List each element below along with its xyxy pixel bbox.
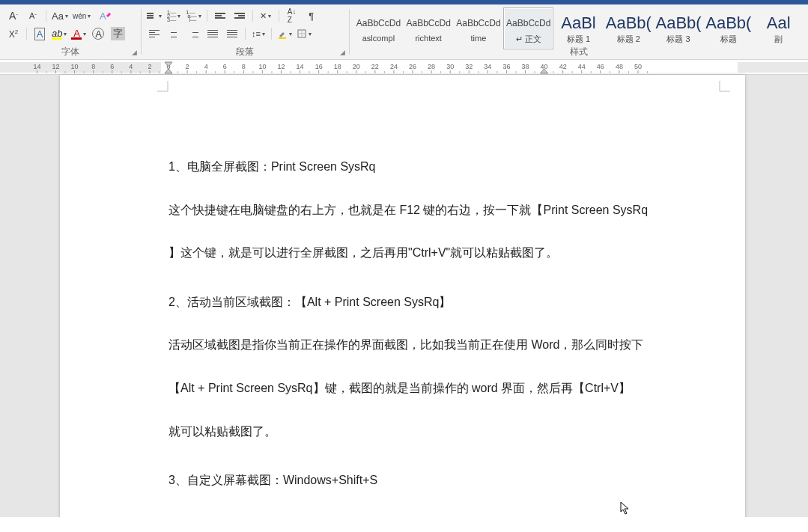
svg-rect-5 [738, 62, 808, 73]
svg-text:14: 14 [33, 63, 40, 70]
svg-text:42: 42 [559, 63, 567, 70]
align-right-button[interactable] [184, 25, 202, 42]
sort-button[interactable]: A↓Z [283, 7, 301, 24]
paragraph[interactable]: 3、自定义屏幕截图：Windows+Shift+S [168, 471, 678, 490]
svg-text:20: 20 [353, 63, 360, 70]
change-case-button[interactable]: Aa [50, 7, 70, 24]
asian-layout-button[interactable]: ✕ [257, 7, 275, 24]
shading-button[interactable] [276, 25, 294, 42]
group-paragraph-label: 段落 [141, 44, 349, 59]
svg-text:28: 28 [428, 63, 435, 70]
paragraph[interactable]: 】这个键，就是可以进行全屏截图，之后再用"Ctrl+V"就可以粘贴截图了。 [168, 243, 678, 263]
svg-text:6: 6 [110, 63, 114, 70]
svg-text:10: 10 [258, 63, 266, 70]
align-distributed-button[interactable] [223, 25, 241, 42]
paragraph[interactable]: 就可以粘贴截图了。 [168, 422, 678, 441]
align-justify-button[interactable] [204, 25, 222, 42]
crop-mark-icon [718, 81, 730, 93]
document-page: 1、电脑全屏截图：Print Screen SysRq 这个快捷键在电脑键盘的右… [60, 75, 745, 517]
style-sample: AaBbCcDd [456, 13, 500, 34]
style-name: 标题 3 [666, 34, 690, 45]
paragraph[interactable]: 2、活动当前区域截图：【Alt + Print Screen SysRq】 [168, 293, 678, 312]
style-sample: Aal [767, 13, 791, 34]
style-card[interactable]: AaBb(标题 2 [604, 7, 654, 49]
paragraph-dialog-launcher[interactable]: ◢ [337, 47, 347, 58]
workspace: 1412108642024681012141618202224262830323… [0, 60, 808, 517]
char-shading-button[interactable]: 字 [109, 25, 127, 42]
numbering-button[interactable]: 1—2—3— [165, 7, 183, 24]
style-name: richtext [415, 34, 441, 43]
svg-text:16: 16 [315, 63, 323, 70]
style-card[interactable]: AaBb(标题 3 [654, 7, 704, 49]
paragraph[interactable]: 活动区域截图是指你当前正在操作的界面截图，比如我当前正在使用 Word，那么同时… [168, 335, 678, 355]
decrease-indent-button[interactable] [211, 7, 229, 24]
style-name: time [471, 34, 487, 43]
svg-text:10: 10 [71, 63, 79, 70]
style-name: 标题 [720, 34, 737, 45]
style-card[interactable]: AaBb(标题 [703, 7, 753, 49]
style-card[interactable]: Aal副 [753, 7, 804, 49]
svg-text:24: 24 [390, 63, 398, 70]
line-spacing-button[interactable]: ↕≡ [249, 25, 267, 42]
paragraph[interactable]: 1、电脑全屏截图：Print Screen SysRq [168, 157, 678, 177]
style-name: 标题 1 [567, 34, 590, 45]
style-sample: AaBb( [606, 13, 651, 34]
group-font: Aˆ Aˇ Aa wén A X2 A ab A A 字 字体 ◢ [0, 4, 141, 59]
borders-button[interactable] [295, 25, 313, 42]
svg-text:14: 14 [297, 63, 304, 70]
circled-char-button[interactable]: A [89, 25, 107, 42]
style-card[interactable]: AaBl标题 1 [553, 7, 604, 49]
svg-text:26: 26 [409, 63, 416, 70]
style-sample: AaBbCcDd [406, 13, 450, 34]
paragraph[interactable]: 这个快捷键在电脑键盘的右上方，也就是在 F12 键的右边，按一下就【Print … [168, 201, 678, 220]
svg-text:34: 34 [484, 63, 491, 70]
font-dialog-launcher[interactable]: ◢ [129, 47, 139, 58]
style-sample: AaBl [561, 13, 595, 34]
align-left-button[interactable] [145, 25, 163, 42]
svg-text:18: 18 [334, 63, 341, 70]
align-center-button[interactable] [165, 25, 183, 42]
style-name: ↵ 正文 [516, 34, 541, 45]
highlight-color-button[interactable]: ab [50, 25, 68, 42]
style-sample: AaBbCcDd [356, 13, 401, 34]
horizontal-ruler[interactable]: 1412108642024681012141618202224262830323… [0, 60, 808, 75]
group-styles: AaBbCcDdaslcomplAaBbCcDdrichtextAaBbCcDd… [349, 4, 808, 59]
svg-text:38: 38 [522, 63, 529, 70]
increase-indent-button[interactable] [231, 7, 249, 24]
style-name: 标题 2 [617, 34, 640, 45]
svg-text:22: 22 [371, 63, 379, 70]
svg-text:8: 8 [242, 63, 246, 70]
clear-formatting-button[interactable]: A [94, 7, 112, 24]
paragraph[interactable]: 【Alt + Print Screen SysRq】键，截图的就是当前操作的 w… [168, 379, 678, 398]
svg-text:6: 6 [223, 63, 227, 70]
svg-text:12: 12 [277, 63, 285, 70]
style-sample: AaBb( [656, 13, 702, 34]
svg-text:32: 32 [465, 63, 473, 70]
svg-rect-0 [279, 37, 286, 39]
svg-text:4: 4 [129, 63, 133, 70]
font-color-button[interactable]: A [70, 25, 88, 42]
svg-text:2: 2 [186, 63, 189, 70]
svg-rect-4 [0, 62, 161, 73]
style-card[interactable]: AaBbCcDd↵ 正文 [503, 7, 553, 49]
document-body[interactable]: 1、电脑全屏截图：Print Screen SysRq 这个快捷键在电脑键盘的右… [168, 157, 678, 514]
multilevel-list-button[interactable]: 1— a— i— [184, 7, 203, 24]
show-marks-button[interactable]: ¶ [303, 7, 321, 24]
phonetic-guide-button[interactable]: wén [71, 7, 92, 24]
style-card[interactable]: AaBbCcDdrichtext [404, 7, 454, 49]
style-card[interactable]: AaBbCcDdaslcompl [353, 7, 404, 49]
bullets-button[interactable] [145, 7, 163, 24]
group-paragraph: 1—2—3— 1— a— i— ✕ A↓Z ¶ ↕≡ 段落 ◢ [141, 4, 349, 59]
grow-font-button[interactable]: Aˆ [4, 7, 22, 24]
style-name: aslcompl [362, 34, 395, 43]
svg-text:46: 46 [597, 63, 604, 70]
mouse-cursor-icon [620, 501, 631, 515]
svg-text:4: 4 [204, 63, 208, 70]
superscript-button[interactable]: X2 [4, 25, 22, 42]
style-card[interactable]: AaBbCcDdtime [454, 7, 504, 49]
svg-text:30: 30 [446, 63, 454, 70]
char-border-button[interactable]: A [31, 25, 49, 42]
svg-text:50: 50 [634, 63, 642, 70]
svg-text:2: 2 [148, 63, 151, 70]
shrink-font-button[interactable]: Aˇ [24, 7, 42, 24]
